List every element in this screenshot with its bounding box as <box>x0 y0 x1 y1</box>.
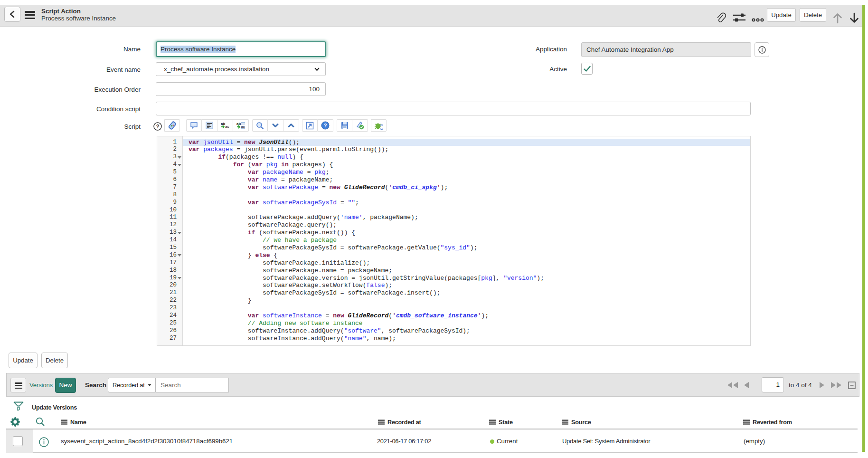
svg-text:?: ? <box>324 123 327 128</box>
svg-text:ac: ac <box>241 124 245 129</box>
svg-text:ac: ac <box>225 124 229 129</box>
svg-text:?: ? <box>156 124 159 129</box>
